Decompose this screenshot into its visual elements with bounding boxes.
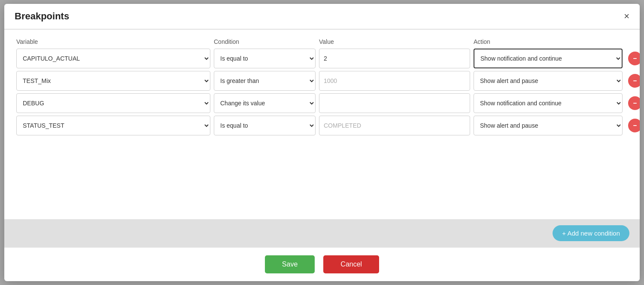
variable-cell-1: CAPITULO_ACTUALTEST_MixDEBUGSTATUS_TEST <box>15 71 212 91</box>
action-spacer <box>624 38 640 45</box>
modal-header: Breakpoints × <box>4 4 640 30</box>
variable-cell-2: CAPITULO_ACTUALTEST_MixDEBUGSTATUS_TEST <box>15 93 212 113</box>
action-column-header: Action <box>472 38 624 45</box>
condition-cell-0: Is equal toIs greater thanIs less thanCh… <box>212 49 317 68</box>
rows-container: CAPITULO_ACTUALTEST_MixDEBUGSTATUS_TEST … <box>15 49 629 135</box>
save-button[interactable]: Save <box>265 255 315 273</box>
value-cell-3 <box>317 116 472 135</box>
value-cell-2 <box>317 93 472 113</box>
modal-body: Variable Condition Value Action CAPITULO… <box>4 30 640 219</box>
delete-button-0[interactable] <box>628 52 640 65</box>
condition-cell-3: Is equal toIs greater thanIs less thanCh… <box>212 116 317 135</box>
action-select-2[interactable]: Show notification and continueShow alert… <box>474 93 623 113</box>
variable-select-1[interactable]: CAPITULO_ACTUALTEST_MixDEBUGSTATUS_TEST <box>16 71 210 91</box>
table-row: CAPITULO_ACTUALTEST_MixDEBUGSTATUS_TEST … <box>15 49 629 68</box>
delete-cell-2 <box>624 96 640 110</box>
svg-rect-7 <box>633 125 637 126</box>
delete-button-3[interactable] <box>628 119 640 132</box>
modal-buttons: Save Cancel <box>4 247 640 281</box>
condition-select-3[interactable]: Is equal toIs greater thanIs less thanCh… <box>214 116 316 135</box>
value-input-3[interactable] <box>319 116 470 135</box>
delete-cell-0 <box>624 52 640 65</box>
table-row: CAPITULO_ACTUALTEST_MixDEBUGSTATUS_TEST … <box>15 116 629 135</box>
variable-select-0[interactable]: CAPITULO_ACTUALTEST_MixDEBUGSTATUS_TEST <box>16 49 210 68</box>
condition-select-2[interactable]: Is equal toIs greater thanIs less thanCh… <box>214 93 316 113</box>
svg-rect-5 <box>633 103 637 104</box>
action-cell-3: Show notification and continueShow alert… <box>472 116 624 135</box>
variable-cell-3: CAPITULO_ACTUALTEST_MixDEBUGSTATUS_TEST <box>15 116 212 135</box>
modal-title: Breakpoints <box>15 11 69 22</box>
condition-cell-1: Is equal toIs greater thanIs less thanCh… <box>212 71 317 91</box>
cancel-button[interactable]: Cancel <box>323 255 379 273</box>
table-row: CAPITULO_ACTUALTEST_MixDEBUGSTATUS_TEST … <box>15 93 629 113</box>
close-button[interactable]: × <box>624 12 629 21</box>
value-input-1[interactable] <box>319 71 470 91</box>
action-select-0[interactable]: Show notification and continueShow alert… <box>474 49 623 68</box>
action-cell-2: Show notification and continueShow alert… <box>472 93 624 113</box>
add-condition-button[interactable]: + Add new condition <box>553 225 629 241</box>
svg-rect-1 <box>633 58 637 59</box>
variable-column-header: Variable <box>15 38 212 45</box>
action-cell-0: Show notification and continueShow alert… <box>472 49 624 68</box>
condition-column-header: Condition <box>212 38 317 45</box>
value-cell-0 <box>317 49 472 68</box>
svg-rect-3 <box>633 80 637 81</box>
value-cell-1 <box>317 71 472 91</box>
condition-cell-2: Is equal toIs greater thanIs less thanCh… <box>212 93 317 113</box>
delete-cell-1 <box>624 74 640 88</box>
breakpoints-modal: Breakpoints × Variable Condition Value A… <box>4 4 640 281</box>
condition-select-0[interactable]: Is equal toIs greater thanIs less thanCh… <box>214 49 316 68</box>
action-select-3[interactable]: Show notification and continueShow alert… <box>474 116 623 135</box>
value-input-2[interactable] <box>319 93 470 113</box>
delete-button-1[interactable] <box>628 74 640 88</box>
table-row: CAPITULO_ACTUALTEST_MixDEBUGSTATUS_TEST … <box>15 71 629 91</box>
value-column-header: Value <box>317 38 472 45</box>
footer-bar: + Add new condition <box>4 219 640 247</box>
condition-select-1[interactable]: Is equal toIs greater thanIs less thanCh… <box>214 71 316 91</box>
action-select-1[interactable]: Show notification and continueShow alert… <box>474 71 623 91</box>
variable-select-3[interactable]: CAPITULO_ACTUALTEST_MixDEBUGSTATUS_TEST <box>16 116 210 135</box>
action-cell-1: Show notification and continueShow alert… <box>472 71 624 91</box>
value-input-0[interactable] <box>319 49 470 68</box>
delete-button-2[interactable] <box>628 96 640 110</box>
delete-cell-3 <box>624 119 640 132</box>
modal-overlay: Breakpoints × Variable Condition Value A… <box>0 0 644 285</box>
variable-cell-0: CAPITULO_ACTUALTEST_MixDEBUGSTATUS_TEST <box>15 49 212 68</box>
variable-select-2[interactable]: CAPITULO_ACTUALTEST_MixDEBUGSTATUS_TEST <box>16 93 210 113</box>
column-headers: Variable Condition Value Action <box>15 38 629 49</box>
